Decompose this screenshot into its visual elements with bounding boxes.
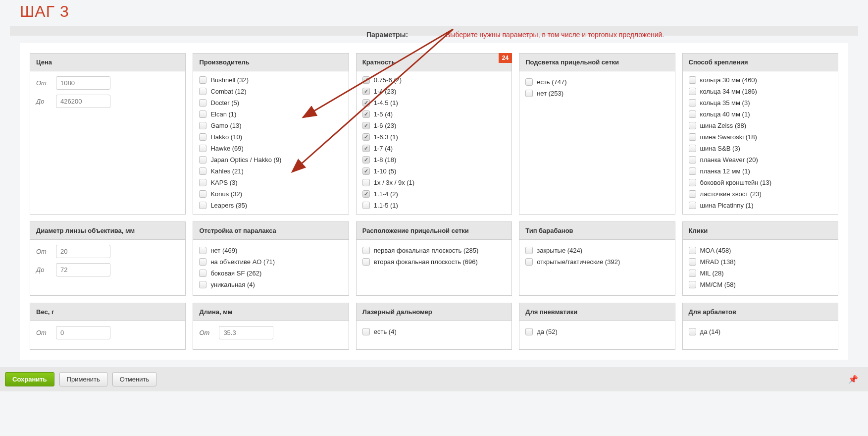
checkbox-item[interactable]: шина S&B (3) xyxy=(689,143,834,154)
checkbox-icon[interactable] xyxy=(362,122,370,129)
checkbox-icon[interactable] xyxy=(199,156,206,164)
checkbox-item[interactable]: планка 12 мм (1) xyxy=(689,165,834,177)
checkbox-item[interactable]: 0.75-6 (2) xyxy=(362,74,508,86)
checkbox-icon[interactable] xyxy=(362,133,370,141)
checkbox-icon[interactable] xyxy=(689,99,696,107)
checkbox-icon[interactable] xyxy=(199,76,206,84)
checkbox-item[interactable]: MOA (458) xyxy=(689,245,832,256)
checkbox-item[interactable]: 1-5 (4) xyxy=(362,109,508,120)
checkbox-icon[interactable] xyxy=(362,88,370,95)
checkbox-item[interactable]: Elcan (1) xyxy=(199,109,344,120)
checkbox-item[interactable]: шина Zeiss (38) xyxy=(689,120,834,131)
checkbox-icon[interactable] xyxy=(689,76,696,84)
price-to-input[interactable] xyxy=(56,95,110,108)
checkbox-item[interactable]: да (14) xyxy=(689,326,832,337)
checkbox-item[interactable]: кольца 40 мм (1) xyxy=(689,109,834,120)
checkbox-item[interactable]: MRAD (138) xyxy=(689,256,832,268)
checkbox-item[interactable]: 1-10 (5) xyxy=(362,165,508,177)
checkbox-icon[interactable] xyxy=(525,258,533,266)
checkbox-icon[interactable] xyxy=(689,145,696,152)
checkbox-icon[interactable] xyxy=(362,190,370,198)
checkbox-icon[interactable] xyxy=(689,110,696,118)
checkbox-icon[interactable] xyxy=(525,78,533,86)
checkbox-icon[interactable] xyxy=(362,110,370,118)
checkbox-icon[interactable] xyxy=(689,247,696,254)
checkbox-item[interactable]: Kahles (21) xyxy=(199,165,344,177)
checkbox-icon[interactable] xyxy=(199,122,206,129)
checkbox-item[interactable]: на объективе AO (71) xyxy=(199,256,342,268)
checkbox-item[interactable]: 1-4.5 (1) xyxy=(362,97,508,109)
checkbox-icon[interactable] xyxy=(689,258,696,266)
lens-to-input[interactable] xyxy=(56,263,110,276)
magnification-list[interactable]: 0.75-6 (2)1-4 (23)1-4.5 (1)1-5 (4)1-6 (2… xyxy=(357,71,511,214)
checkbox-icon[interactable] xyxy=(199,281,206,288)
checkbox-item[interactable]: 1-4 (23) xyxy=(362,86,508,97)
checkbox-item[interactable]: 1-7 (4) xyxy=(362,143,508,154)
checkbox-icon[interactable] xyxy=(199,133,206,141)
manufacturer-list[interactable]: Bushnell (32)Combat (12)Docter (5)Elcan … xyxy=(193,71,348,214)
checkbox-icon[interactable] xyxy=(689,270,696,277)
checkbox-item[interactable]: 1.1-5 (1) xyxy=(362,200,508,211)
checkbox-icon[interactable] xyxy=(199,167,206,175)
checkbox-item[interactable]: ласточкин хвост (23) xyxy=(689,188,834,200)
checkbox-icon[interactable] xyxy=(362,179,370,186)
checkbox-icon[interactable] xyxy=(362,99,370,107)
checkbox-icon[interactable] xyxy=(362,167,370,175)
checkbox-item[interactable]: боковой кронштейн (13) xyxy=(689,177,834,188)
checkbox-icon[interactable] xyxy=(525,328,533,335)
checkbox-icon[interactable] xyxy=(689,202,696,209)
checkbox-icon[interactable] xyxy=(199,110,206,118)
checkbox-icon[interactable] xyxy=(525,90,533,97)
mount-list[interactable]: кольца 30 мм (460)кольца 34 мм (186)коль… xyxy=(683,71,838,214)
checkbox-icon[interactable] xyxy=(199,88,206,95)
checkbox-icon[interactable] xyxy=(199,179,206,186)
checkbox-icon[interactable] xyxy=(199,270,206,277)
checkbox-icon[interactable] xyxy=(362,145,370,152)
checkbox-icon[interactable] xyxy=(525,247,533,254)
checkbox-item[interactable]: Hakko (10) xyxy=(199,131,344,143)
cancel-button[interactable]: Отменить xyxy=(112,372,156,386)
checkbox-icon[interactable] xyxy=(199,247,206,254)
checkbox-item[interactable]: Japan Optics / Hakko (9) xyxy=(199,154,344,165)
checkbox-icon[interactable] xyxy=(199,258,206,266)
checkbox-item[interactable]: вторая фокальная плоскость (696) xyxy=(362,256,506,268)
checkbox-icon[interactable] xyxy=(199,202,206,209)
checkbox-item[interactable]: Gamo (13) xyxy=(199,120,344,131)
weight-from-input[interactable] xyxy=(56,326,110,339)
checkbox-item[interactable]: кольца 30 мм (460) xyxy=(689,74,834,86)
checkbox-item[interactable]: шина Picatinny (1) xyxy=(689,200,834,211)
checkbox-icon[interactable] xyxy=(689,167,696,175)
checkbox-item[interactable]: MM/CM (58) xyxy=(689,279,832,290)
checkbox-icon[interactable] xyxy=(199,190,206,198)
checkbox-item[interactable]: Konus (32) xyxy=(199,188,344,200)
checkbox-item[interactable]: да (52) xyxy=(525,326,668,337)
checkbox-icon[interactable] xyxy=(689,328,696,335)
checkbox-item[interactable]: MIL (28) xyxy=(689,268,832,279)
checkbox-icon[interactable] xyxy=(199,145,206,152)
checkbox-item[interactable]: уникальная (4) xyxy=(199,279,342,290)
checkbox-item[interactable]: планка Weaver (20) xyxy=(689,154,834,165)
checkbox-item[interactable]: Combat (12) xyxy=(199,86,344,97)
checkbox-item[interactable]: закрытые (424) xyxy=(525,245,668,256)
checkbox-item[interactable]: нет (469) xyxy=(199,245,342,256)
checkbox-icon[interactable] xyxy=(689,122,696,129)
checkbox-icon[interactable] xyxy=(689,133,696,141)
checkbox-icon[interactable] xyxy=(689,88,696,95)
checkbox-item[interactable]: Leapers (35) xyxy=(199,200,344,211)
checkbox-icon[interactable] xyxy=(362,247,370,254)
checkbox-item[interactable]: Docter (5) xyxy=(199,97,344,109)
checkbox-item[interactable]: KAPS (3) xyxy=(199,177,344,188)
checkbox-item[interactable]: 1-8 (18) xyxy=(362,154,508,165)
checkbox-item[interactable]: 1-6.3 (1) xyxy=(362,131,508,143)
checkbox-item[interactable]: нет (253) xyxy=(525,88,668,99)
checkbox-icon[interactable] xyxy=(362,76,370,84)
price-from-input[interactable] xyxy=(56,76,110,90)
checkbox-icon[interactable] xyxy=(689,179,696,186)
checkbox-item[interactable]: есть (747) xyxy=(525,76,668,88)
checkbox-item[interactable]: 1x / 3x / 9x (1) xyxy=(362,177,508,188)
checkbox-item[interactable]: 1-6 (23) xyxy=(362,120,508,131)
save-button[interactable]: Сохранить xyxy=(5,372,54,386)
checkbox-icon[interactable] xyxy=(362,258,370,266)
checkbox-item[interactable]: боковая SF (262) xyxy=(199,268,342,279)
checkbox-icon[interactable] xyxy=(362,202,370,209)
